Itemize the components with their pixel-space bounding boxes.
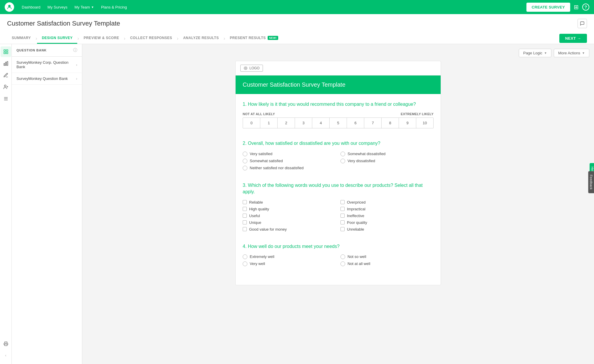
- checkbox-square[interactable]: [340, 220, 345, 224]
- radio-circle[interactable]: [340, 152, 345, 156]
- nps-cell-4[interactable]: 4: [312, 118, 330, 128]
- sidebar-adduser-btn[interactable]: [1, 82, 11, 92]
- tab-collect-responses[interactable]: COLLECT RESPONSES: [125, 33, 177, 44]
- nav-plans-pricing[interactable]: Plans & Pricing: [98, 3, 130, 11]
- checkbox-square[interactable]: [243, 200, 247, 204]
- q3-option[interactable]: Useful: [243, 214, 336, 218]
- tab-design-survey[interactable]: DESIGN SURVEY: [37, 33, 77, 44]
- q4-option[interactable]: Extremely well: [243, 254, 336, 259]
- nps-cell-6[interactable]: 6: [347, 118, 364, 128]
- q3-option[interactable]: Reliable: [243, 200, 336, 204]
- sidebar-design-btn[interactable]: [1, 70, 11, 80]
- my-team-chevron-icon: ▼: [91, 6, 94, 9]
- radio-circle[interactable]: [243, 254, 247, 259]
- checkbox-square[interactable]: [243, 220, 247, 224]
- nps-cell-7[interactable]: 7: [364, 118, 382, 128]
- checkbox-square[interactable]: [340, 214, 345, 218]
- radio-circle[interactable]: [340, 159, 345, 163]
- tab-summary[interactable]: SUMMARY: [7, 33, 36, 44]
- q2-option[interactable]: Very dissatisfied: [340, 159, 434, 163]
- sidebar-print-btn[interactable]: [1, 338, 11, 349]
- q3-option[interactable]: High quality: [243, 207, 336, 211]
- checkbox-square[interactable]: [340, 207, 345, 211]
- logo[interactable]: [5, 2, 14, 12]
- nav-dashboard[interactable]: Dashboard: [19, 3, 43, 11]
- checkbox-square[interactable]: [340, 227, 345, 231]
- logo-text: LOGO: [249, 66, 260, 70]
- q3-option[interactable]: Unique: [243, 220, 336, 225]
- nps-cell-9[interactable]: 9: [399, 118, 416, 128]
- nps-cell-10[interactable]: 10: [416, 118, 433, 128]
- chat-icon[interactable]: [578, 19, 587, 28]
- logo-circle-icon: [244, 66, 248, 70]
- q3-option[interactable]: Ineffective: [340, 214, 434, 218]
- checkbox-square[interactable]: [340, 200, 345, 204]
- radio-circle[interactable]: [243, 152, 247, 156]
- nps-cell-2[interactable]: 2: [278, 118, 295, 128]
- radio-circle[interactable]: [243, 159, 247, 163]
- q3-option[interactable]: Good value for money: [243, 227, 336, 232]
- q4-option[interactable]: Not at all well: [340, 261, 434, 266]
- q3-option[interactable]: Impractical: [340, 207, 434, 211]
- svg-point-0: [8, 5, 11, 7]
- nps-scale: 012345678910: [243, 118, 434, 128]
- nps-cell-0[interactable]: 0: [243, 118, 260, 128]
- tabs: SUMMARY › DESIGN SURVEY › PREVIEW & SCOR…: [7, 33, 587, 44]
- next-button[interactable]: NEXT →: [559, 34, 587, 43]
- sidebar-chart-btn[interactable]: [1, 58, 11, 69]
- sidebar-sliders-btn[interactable]: [1, 93, 11, 104]
- survey-header-banner: Customer Satisfaction Survey Template: [236, 76, 441, 94]
- question-bank-item-corp[interactable]: SurveyMonkey Corp. Question Bank ›: [12, 57, 82, 73]
- radio-circle[interactable]: [340, 254, 345, 259]
- sidebar-question-bank-btn[interactable]: [1, 46, 11, 57]
- page-title-right: [578, 19, 587, 28]
- nav-my-team[interactable]: My Team ▼: [72, 3, 97, 11]
- q3-option[interactable]: Overpriced: [340, 200, 434, 204]
- nps-cell-5[interactable]: 5: [330, 118, 347, 128]
- nps-right-label: EXTREMELY LIKELY: [401, 112, 434, 116]
- help-icon-button[interactable]: ?: [582, 4, 589, 11]
- survey-card: LOGO Customer Satisfaction Survey Templa…: [235, 61, 441, 285]
- question-bank-sm-label: SurveyMonkey Question Bank: [16, 76, 68, 81]
- checkbox-square[interactable]: [243, 227, 247, 231]
- collapse-sidebar-btn[interactable]: ‹: [1, 350, 11, 361]
- create-survey-button[interactable]: CREATE SURVEY: [526, 3, 570, 12]
- feedback-tab[interactable]: Feedback: [588, 171, 594, 193]
- svg-rect-1: [4, 50, 5, 51]
- page-logic-label: Page Logic: [523, 51, 542, 55]
- q3-option[interactable]: Poor quality: [340, 220, 434, 225]
- survey-logo-placeholder[interactable]: LOGO: [240, 65, 263, 72]
- question-bank-info-icon[interactable]: ⓘ: [73, 48, 77, 53]
- q2-option[interactable]: Neither satisfied nor dissatisfied: [243, 166, 336, 170]
- grid-icon-button[interactable]: ⊞: [574, 4, 579, 11]
- page-title-bar: Customer Satisfaction Survey Template: [7, 19, 587, 28]
- q2-option[interactable]: Somewhat dissatisfied: [340, 152, 434, 156]
- tab-preview-score[interactable]: PREVIEW & SCORE: [79, 33, 124, 44]
- q4-option[interactable]: Not so well: [340, 254, 434, 259]
- nav-my-surveys[interactable]: My Surveys: [45, 3, 71, 11]
- q3-option[interactable]: Unreliable: [340, 227, 434, 232]
- q3-options: ReliableOverpricedHigh qualityImpractica…: [243, 200, 434, 232]
- checkbox-square[interactable]: [243, 207, 247, 211]
- checkbox-square[interactable]: [243, 214, 247, 218]
- nps-cell-8[interactable]: 8: [382, 118, 399, 128]
- nps-cell-1[interactable]: 1: [260, 118, 278, 128]
- nps-cell-3[interactable]: 3: [295, 118, 312, 128]
- question-bank-item-sm[interactable]: SurveyMonkey Question Bank ›: [12, 73, 82, 85]
- tab-present-results[interactable]: PRESENT RESULTS NEW!: [225, 33, 283, 44]
- radio-circle[interactable]: [243, 166, 247, 170]
- q2-options: Very satisfiedSomewhat dissatisfiedSomew…: [243, 152, 434, 170]
- chevron-right-icon-2: ›: [76, 76, 77, 81]
- q2-option[interactable]: Very satisfied: [243, 152, 336, 156]
- svg-rect-7: [7, 61, 8, 66]
- grid-icon: ⊞: [574, 4, 579, 11]
- more-actions-button[interactable]: More Actions ▼: [554, 49, 589, 57]
- page-logic-button[interactable]: Page Logic ▼: [519, 49, 551, 57]
- question-2-block: 2. Overall, how satisfied or dissatisfie…: [243, 140, 434, 170]
- radio-circle[interactable]: [340, 261, 345, 266]
- q4-option[interactable]: Very well: [243, 261, 336, 266]
- radio-circle[interactable]: [243, 261, 247, 266]
- tab-analyze-results[interactable]: ANALYZE RESULTS: [178, 33, 224, 44]
- q2-option[interactable]: Somewhat satisfied: [243, 159, 336, 163]
- survey-body: 1. How likely is it that you would recom…: [236, 94, 441, 285]
